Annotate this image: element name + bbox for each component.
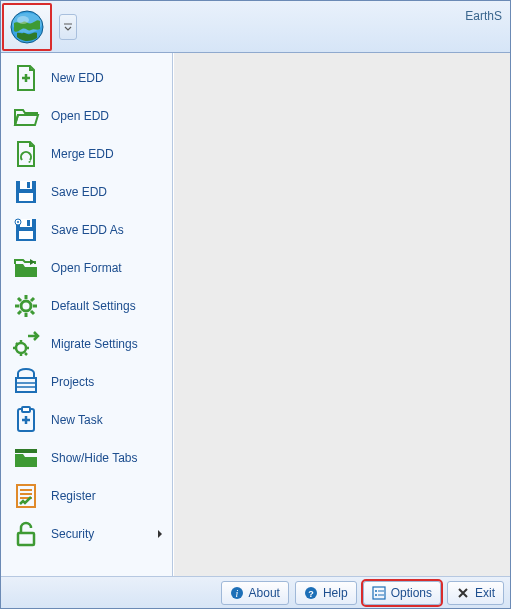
menu-label: Migrate Settings <box>51 337 164 351</box>
menu-label: Save EDD <box>51 185 164 199</box>
svg-rect-5 <box>27 182 30 188</box>
svg-point-26 <box>375 594 377 596</box>
menu-label: Projects <box>51 375 164 389</box>
button-label: Help <box>323 586 348 600</box>
menu-merge-edd[interactable]: Merge EDD <box>1 135 172 173</box>
menu-new-task[interactable]: New Task <box>1 401 172 439</box>
menu-label: Save EDD As <box>51 223 164 237</box>
menu-open-format[interactable]: Open Format <box>1 249 172 287</box>
about-button[interactable]: i About <box>221 581 289 605</box>
button-label: Exit <box>475 586 495 600</box>
chevron-right-icon <box>156 530 164 538</box>
quick-access-dropdown[interactable] <box>59 14 77 40</box>
menu-register[interactable]: Register <box>1 477 172 515</box>
lock-open-icon <box>11 519 41 549</box>
button-label: Options <box>391 586 432 600</box>
svg-rect-14 <box>16 378 36 392</box>
help-button[interactable]: ? Help <box>295 581 357 605</box>
app-window: EarthS New EDD Open EDD Merge EDD <box>0 0 511 609</box>
menu-save-edd-as[interactable]: Save EDD As <box>1 211 172 249</box>
merge-icon <box>11 139 41 169</box>
close-icon <box>456 586 470 600</box>
menu-label: Merge EDD <box>51 147 164 161</box>
menu-label: New EDD <box>51 71 164 85</box>
menu-open-edd[interactable]: Open EDD <box>1 97 172 135</box>
options-icon <box>372 586 386 600</box>
application-menu: New EDD Open EDD Merge EDD Save EDD <box>1 53 173 576</box>
svg-text:?: ? <box>308 588 314 598</box>
options-button[interactable]: Options <box>363 581 441 605</box>
tabs-icon <box>11 443 41 473</box>
menu-footer: i About ? Help Options Exit <box>1 576 510 608</box>
svg-rect-9 <box>19 231 33 239</box>
menu-new-edd[interactable]: New EDD <box>1 59 172 97</box>
new-file-icon <box>11 63 41 93</box>
menu-save-edd[interactable]: Save EDD <box>1 173 172 211</box>
svg-rect-7 <box>20 219 32 227</box>
info-icon: i <box>230 586 244 600</box>
titlebar: EarthS <box>1 1 510 53</box>
exit-button[interactable]: Exit <box>447 581 504 605</box>
menu-content-pane <box>173 53 510 576</box>
svg-text:i: i <box>235 588 238 599</box>
menu-migrate-settings[interactable]: Migrate Settings <box>1 325 172 363</box>
svg-rect-24 <box>373 587 385 599</box>
svg-rect-17 <box>15 449 37 453</box>
window-title: EarthS <box>465 9 502 23</box>
menu-label: New Task <box>51 413 164 427</box>
menu-default-settings[interactable]: Default Settings <box>1 287 172 325</box>
svg-rect-19 <box>18 533 34 545</box>
globe-icon <box>9 9 45 45</box>
svg-point-25 <box>375 590 377 592</box>
svg-rect-16 <box>22 407 30 412</box>
projects-icon <box>11 367 41 397</box>
menu-label: Show/Hide Tabs <box>51 451 164 465</box>
svg-point-12 <box>21 301 31 311</box>
menu-security[interactable]: Security <box>1 515 172 553</box>
menu-label: Default Settings <box>51 299 164 313</box>
menu-label: Open EDD <box>51 109 164 123</box>
svg-point-11 <box>17 221 19 223</box>
migrate-icon <box>11 329 41 359</box>
gear-icon <box>11 291 41 321</box>
menu-show-hide-tabs[interactable]: Show/Hide Tabs <box>1 439 172 477</box>
menu-label: Register <box>51 489 164 503</box>
menu-label: Open Format <box>51 261 164 275</box>
menu-projects[interactable]: Projects <box>1 363 172 401</box>
app-menu-button[interactable] <box>2 3 52 51</box>
svg-rect-6 <box>19 193 33 201</box>
svg-point-3 <box>17 16 29 24</box>
button-label: About <box>249 586 280 600</box>
open-format-icon <box>11 253 41 283</box>
menu-body: New EDD Open EDD Merge EDD Save EDD <box>1 53 510 576</box>
svg-rect-8 <box>27 220 30 226</box>
menu-label: Security <box>51 527 156 541</box>
new-task-icon <box>11 405 41 435</box>
help-icon: ? <box>304 586 318 600</box>
chevron-down-icon <box>63 22 73 32</box>
save-icon <box>11 177 41 207</box>
register-icon <box>11 481 41 511</box>
open-folder-icon <box>11 101 41 131</box>
save-as-icon <box>11 215 41 245</box>
svg-rect-4 <box>20 181 32 189</box>
